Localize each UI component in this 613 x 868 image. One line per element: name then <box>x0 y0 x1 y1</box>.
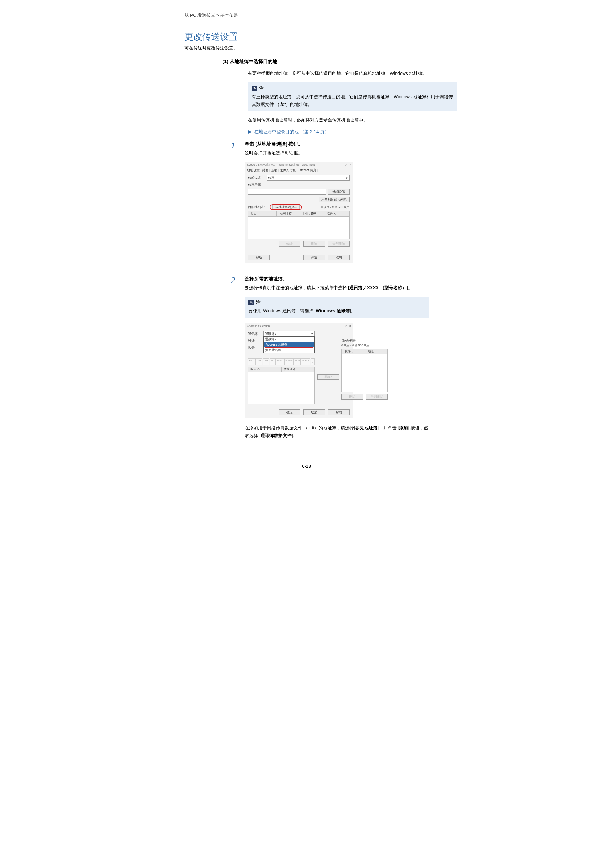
dd-item-address-book[interactable]: Address 通讯簿 <box>264 342 314 347</box>
alpha-tab[interactable]: TUV <box>294 358 301 365</box>
highlight-oval: 从地址簿选择... <box>270 204 302 210</box>
help-icon[interactable]: ? <box>345 324 347 328</box>
note-icon: ✎ <box>252 85 257 91</box>
arrow-right-icon <box>248 130 252 134</box>
alpha-filter-row: ABC DEF GHI JKL MNO PQRS TUV WXYZ 0-9 <box>248 358 315 365</box>
close-icon[interactable]: × <box>349 324 351 328</box>
delete-all-button[interactable]: 全部删除 <box>328 241 350 247</box>
col-company[interactable]: | 公司名称 <box>277 211 301 216</box>
alpha-tab[interactable]: PQRS <box>284 358 294 365</box>
col-address[interactable]: 地址 <box>365 349 388 354</box>
dialog-2-title: Address Selection <box>247 324 270 328</box>
left-list-body[interactable] <box>248 372 315 404</box>
col-department[interactable]: | 部门名称 <box>301 211 325 216</box>
edit-button[interactable]: 编辑 <box>279 241 300 247</box>
transmit-settings-dialog: Kyocera Network FAX - Transmit Settings … <box>245 162 353 263</box>
addressbook-selected: 通讯簿 / <box>265 332 276 336</box>
right-list-body[interactable] <box>341 354 388 392</box>
add-to-dest-button[interactable]: 添加到目的地列表 <box>319 197 350 202</box>
close-icon[interactable]: × <box>349 163 351 166</box>
page-title: 更改传送设置 <box>184 31 429 43</box>
ok-button[interactable]: 确定 <box>279 409 300 415</box>
send-button[interactable]: 传送 <box>303 255 325 260</box>
search-label: 搜索: <box>248 346 262 350</box>
step-2-title: 选择所需的地址簿。 <box>245 276 429 282</box>
add-to-right-button[interactable]: 添加> <box>317 374 339 380</box>
delete-button[interactable]: 删除 <box>303 241 325 247</box>
right-delete-button[interactable]: 删除 <box>341 394 363 400</box>
fax-number-input[interactable] <box>248 189 326 195</box>
transmit-mode-value: 传真 <box>268 176 274 180</box>
cancel-button[interactable]: 取消 <box>303 409 325 415</box>
dialog-1-tabs[interactable]: 地址设置 | 封面 | 选项 | 送件人信息 | Internet 传真 | <box>245 167 353 172</box>
chevron-down-icon: ▼ <box>345 177 348 180</box>
section-1-para: 有两种类型的地址簿，您可从中选择传送目的地。它们是传真机地址簿、Windows … <box>248 70 457 78</box>
step-1-desc: 这时会打开地址选择对话框。 <box>245 150 429 156</box>
dest-list-body[interactable] <box>248 217 350 239</box>
note-box-2: ✎ 注 要使用 Windows 通讯簿，请选择 [Windows 通讯簿]。 <box>245 296 429 318</box>
note-box-1: ✎ 注 有三种类型的地址簿，您可从中选择传送目的地。它们是传真机地址簿、Wind… <box>248 82 457 112</box>
help-icon[interactable]: ? <box>345 163 347 166</box>
step-2-desc: 要选择传真机中注册的地址簿，请从下拉菜单中选择 [通讯簿／XXXX （型号名称）… <box>245 285 429 291</box>
transmit-mode-combo[interactable]: 传真 ▼ <box>266 175 350 181</box>
addressbook-dropdown-list: 通讯簿 / Address 通讯簿 参见通讯簿 <box>263 336 315 353</box>
cancel-button[interactable]: 取消 <box>328 255 350 260</box>
alpha-tab[interactable]: JKL <box>270 358 276 365</box>
col-address[interactable]: 地址 <box>249 211 277 216</box>
dest-list-label: 目的地列表: <box>248 205 267 209</box>
option-settings-button[interactable]: 选项设置 <box>328 189 350 195</box>
addressbook-dropdown[interactable]: 通讯簿 / ▼ 通讯簿 / Address 通讯簿 参见通讯簿 <box>263 331 315 337</box>
dd-item-reference-book[interactable]: 参见通讯簿 <box>264 347 314 353</box>
select-from-addressbook-button[interactable]: 从地址簿选择... <box>272 205 300 209</box>
col-recipient[interactable]: 收件人 <box>325 211 349 216</box>
final-para: 在添加用于网络传真数据文件 （.fdt）的地址簿，请选择[参见地址簿]，并单击 … <box>245 424 429 440</box>
step-1-title: 单击 [从地址簿选择] 按钮。 <box>245 141 429 147</box>
fax-number-label: 传真号码: <box>248 183 265 187</box>
section-1-heading: (1) 从地址簿中选择目的地 <box>184 59 429 65</box>
dest-list-header: 地址 | 公司名称 | 部门名称 收件人 <box>248 211 350 217</box>
chevron-down-icon: ▼ <box>311 332 313 335</box>
para-requirement: 在使用传真机地址簿时，必须将对方登录至传真机地址簿中。 <box>248 116 457 124</box>
right-delete-all-button[interactable]: 全部删除 <box>366 394 388 400</box>
transmit-mode-label: 传输模式: <box>248 176 265 180</box>
note-2-body: 要使用 Windows 通讯簿，请选择 [Windows 通讯簿]。 <box>249 307 425 315</box>
step-number-2: 2 <box>226 276 235 285</box>
col-recipient[interactable]: 收件人 <box>342 349 365 354</box>
note-1-body: 有三种类型的地址簿，您可从中选择传送目的地。它们是传真机地址簿、Windows … <box>252 93 453 108</box>
page-subtitle: 可在传送时更改传送设置。 <box>184 45 429 51</box>
page-number: 6-18 <box>184 463 429 469</box>
breadcrumb: 从 PC 发送传真 > 基本传送 <box>184 13 429 21</box>
step-number-1: 1 <box>226 141 235 150</box>
alpha-tab[interactable]: MNO <box>276 358 284 365</box>
alpha-tab[interactable]: ABC <box>248 358 255 365</box>
address-selection-dialog: Address Selection ? × 通讯簿: 通讯簿 / ▼ <box>245 323 353 418</box>
col-number[interactable]: 编号 △ <box>249 367 282 372</box>
right-list-label: 目的地列表: <box>341 339 388 343</box>
help-button[interactable]: 帮助 <box>328 409 350 415</box>
dd-item-book[interactable]: 通讯簿 / <box>264 337 314 342</box>
internal-link[interactable]: 在地址簿中登录目的地 （第 2-14 页） <box>254 129 329 135</box>
alpha-tab[interactable]: 0-9 <box>311 358 315 365</box>
dest-count: 0 项目 / 余留 500 项目 <box>321 205 350 209</box>
left-list-header: 编号 △ 传真号码 <box>248 367 315 372</box>
filter-label: 过滤: <box>248 339 262 343</box>
col-fax-number[interactable]: 传真号码 <box>282 367 315 372</box>
help-button[interactable]: 帮助 <box>248 255 270 260</box>
alpha-tab[interactable]: DEF <box>255 358 262 365</box>
alpha-tab[interactable]: GHI <box>263 358 269 365</box>
addressbook-label: 通讯簿: <box>248 332 262 336</box>
dialog-1-title: Kyocera Network FAX - Transmit Settings … <box>247 163 315 166</box>
note-1-label: 注 <box>259 85 264 91</box>
right-list-header: 收件人 地址 <box>341 349 388 354</box>
note-2-label: 注 <box>256 300 260 305</box>
alpha-tab[interactable]: WXYZ <box>301 358 310 365</box>
note-icon: ✎ <box>249 300 254 305</box>
right-list-count: 0 项目 / 余留 500 项目 <box>341 344 388 347</box>
